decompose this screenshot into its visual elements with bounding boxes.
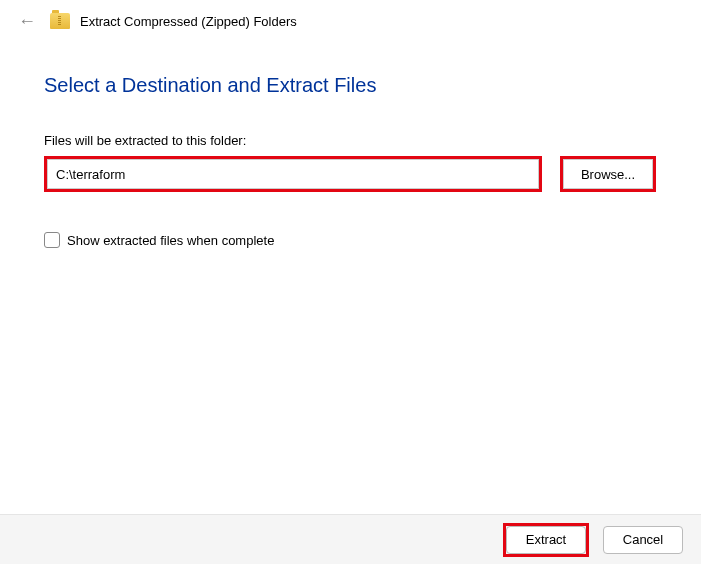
browse-button[interactable]: Browse... <box>563 159 653 189</box>
extract-button-highlight: Extract <box>503 523 589 557</box>
wizard-content: Select a Destination and Extract Files F… <box>0 40 701 248</box>
wizard-footer: Extract Cancel <box>0 514 701 564</box>
destination-path-input[interactable] <box>47 159 539 189</box>
show-files-label[interactable]: Show extracted files when complete <box>67 233 274 248</box>
back-arrow-icon[interactable]: ← <box>14 10 40 32</box>
page-heading: Select a Destination and Extract Files <box>44 74 657 97</box>
wizard-header: ← Extract Compressed (Zipped) Folders <box>0 0 701 40</box>
extract-button[interactable]: Extract <box>506 526 586 554</box>
wizard-title: Extract Compressed (Zipped) Folders <box>80 14 297 29</box>
show-files-checkbox[interactable] <box>44 232 60 248</box>
show-files-checkbox-row: Show extracted files when complete <box>44 232 657 248</box>
zipped-folder-icon <box>50 13 70 29</box>
browse-button-highlight: Browse... <box>560 156 656 192</box>
destination-row: Browse... <box>44 156 657 192</box>
cancel-button[interactable]: Cancel <box>603 526 683 554</box>
path-input-highlight <box>44 156 542 192</box>
destination-label: Files will be extracted to this folder: <box>44 133 657 148</box>
